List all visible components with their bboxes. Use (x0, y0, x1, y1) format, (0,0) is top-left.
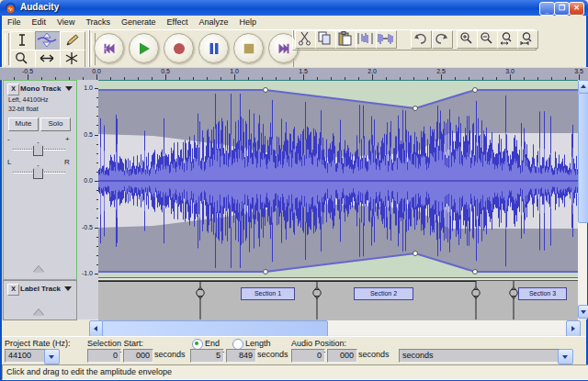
zoom-in-button[interactable] (457, 30, 478, 49)
label-marker[interactable] (311, 281, 322, 319)
title-bar[interactable]: Audacity _ ❒ ✕ (0, 0, 588, 16)
arrow-right-icon (571, 326, 575, 331)
selection-tool-button[interactable] (10, 31, 36, 50)
toolbar-grip[interactable] (5, 33, 9, 65)
project-rate-combo-button[interactable] (44, 349, 60, 364)
fit-selection-button[interactable] (497, 30, 518, 49)
menu-edit[interactable]: Edit (27, 16, 52, 29)
zoom-out-icon (478, 31, 495, 46)
zoom-out-button[interactable] (477, 30, 498, 49)
pause-button[interactable] (198, 33, 229, 63)
label-box-3[interactable]: Section 3 (518, 287, 567, 300)
selection-start-whole-field[interactable]: 0 (87, 349, 121, 363)
selection-start-unit: seconds (154, 350, 186, 359)
menu-effect[interactable]: Effect (162, 16, 194, 29)
trim-outside-selection-button[interactable] (356, 30, 377, 49)
silence-icon (377, 31, 394, 46)
project-rate-label: Project Rate (Hz): (5, 339, 71, 348)
selection-start-decimals-field[interactable]: 000 (123, 349, 153, 363)
end-whole-field[interactable]: 5 (190, 349, 224, 363)
silence-selection-button[interactable] (376, 30, 397, 49)
scroll-up-button[interactable] (578, 80, 588, 94)
redo-button[interactable] (432, 30, 453, 49)
draw-tool-icon (61, 32, 83, 48)
zoom-in-icon (458, 31, 475, 46)
project-rate-combo[interactable]: 44100 (5, 349, 48, 363)
waveform-track[interactable] (98, 80, 578, 278)
end-decimals-field[interactable]: 849 (226, 349, 256, 363)
label-track-collapse-handle[interactable] (33, 309, 44, 316)
undo-icon (412, 31, 429, 46)
menu-view[interactable]: View (51, 16, 80, 29)
audio-position-decimals-field[interactable]: 000 (327, 349, 357, 363)
ruler-tick-label: 1.5 (292, 68, 314, 74)
mute-button[interactable]: Mute (8, 118, 39, 131)
end-radio-label[interactable]: End (205, 339, 220, 348)
zoom-tool-button[interactable] (10, 50, 36, 69)
ruler-tick-label: 2.5 (430, 68, 452, 74)
label-track-title[interactable]: Label Track (20, 285, 61, 293)
menu-file[interactable]: File (2, 16, 27, 29)
record-button[interactable] (164, 33, 194, 63)
envelope-tool-button[interactable] (35, 31, 61, 50)
vertical-scrollbar[interactable] (578, 80, 587, 319)
scroll-right-button[interactable] (566, 320, 581, 337)
horizontal-scrollbar[interactable] (89, 320, 579, 335)
paste-button[interactable] (335, 30, 356, 49)
copy-button[interactable] (315, 30, 336, 49)
envelope-tool-icon (36, 32, 58, 48)
maximize-button[interactable]: ❒ (554, 2, 570, 16)
vertical-ruler[interactable]: 1.00.50.0-0.5-1.0 (75, 80, 98, 278)
length-radio-label[interactable]: Length (245, 339, 271, 348)
pan-right-label: R (64, 158, 70, 166)
close-button[interactable]: ✕ (569, 2, 584, 16)
menu-tracks[interactable]: Tracks (80, 16, 116, 29)
multi-tool-button[interactable] (60, 50, 85, 69)
fit-selection-icon (498, 31, 515, 46)
label-track-menu-icon[interactable] (64, 286, 72, 291)
vruler-label: 0.5 (75, 131, 93, 138)
mono-track-title[interactable]: Mono Track (20, 84, 61, 93)
zoom-tool-icon (11, 50, 33, 66)
minimize-button[interactable]: _ (539, 2, 555, 16)
draw-tool-button[interactable] (60, 31, 85, 50)
pan-left-label: L (7, 158, 11, 166)
menu-analyze[interactable]: Analyze (193, 16, 233, 29)
label-box-1[interactable]: Section 1 (241, 287, 295, 300)
time-shift-tool-button[interactable] (35, 50, 61, 69)
timeline-ruler[interactable]: -0.50.00.51.01.52.02.53.03.5 (0, 67, 588, 81)
selection-format-combo-button[interactable] (558, 349, 573, 364)
selection-format-combo[interactable]: seconds (399, 349, 561, 363)
ruler-tick-label: 3.5 (568, 68, 588, 74)
label-box-2[interactable]: Section 2 (354, 287, 413, 300)
mono-track-panel: X Mono Track Left, 44100Hz 32-bit float … (3, 80, 77, 280)
paste-icon (336, 31, 354, 46)
skip-to-start-button[interactable] (94, 33, 124, 63)
fit-project-button[interactable] (517, 30, 538, 49)
gain-slider-thumb[interactable] (33, 142, 43, 156)
skip-to-end-icon (277, 43, 290, 53)
label-marker[interactable] (195, 281, 206, 319)
mono-track-collapse-handle[interactable] (33, 266, 44, 273)
stop-button[interactable] (233, 33, 264, 63)
selection-toolbar: Project Rate (Hz): 44100 Selection Start… (2, 336, 586, 364)
label-marker[interactable] (470, 281, 481, 319)
solo-button[interactable]: Solo (40, 118, 71, 131)
cut-button[interactable] (295, 30, 316, 49)
label-marker[interactable] (508, 281, 519, 319)
scroll-down-button[interactable] (578, 305, 588, 319)
label-track-content[interactable]: Section 1Section 2Section 3 (98, 280, 578, 321)
decimal-point: . (222, 345, 225, 354)
play-button[interactable] (129, 33, 159, 63)
label-track-close-button[interactable]: X (7, 284, 19, 296)
vertical-scrollbar-thumb[interactable] (578, 93, 588, 223)
mono-track-close-button[interactable]: X (7, 84, 19, 95)
menu-help[interactable]: Help (233, 16, 262, 29)
pan-slider-thumb[interactable] (33, 165, 43, 179)
horizontal-scrollbar-thumb[interactable] (102, 320, 328, 337)
label-line (98, 281, 476, 282)
audio-position-whole-field[interactable]: 0 (291, 349, 325, 363)
menu-generate[interactable]: Generate (116, 16, 162, 29)
mono-track-menu-icon[interactable] (65, 86, 73, 91)
undo-button[interactable] (411, 30, 432, 49)
